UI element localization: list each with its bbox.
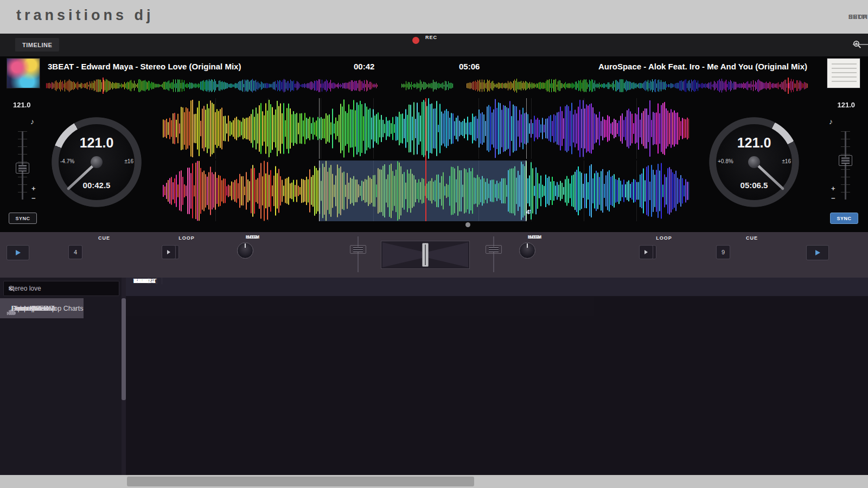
search-input[interactable]: [8, 284, 94, 293]
fader-handle[interactable]: [486, 245, 502, 254]
sync-button-left[interactable]: SYNC: [9, 213, 37, 224]
overview-playhead-right: [788, 78, 789, 94]
play-button[interactable]: [7, 245, 29, 260]
play-button[interactable]: [806, 245, 829, 260]
eq-knob-high[interactable]: [519, 242, 535, 259]
pitch-minus-icon[interactable]: −: [831, 194, 835, 202]
overview-waveform-center[interactable]: [401, 80, 453, 92]
album-art-texture: [832, 63, 857, 84]
record-dot-icon: [412, 37, 419, 44]
jog-time: 00:42.5: [51, 181, 142, 190]
overview-playhead-left: [103, 78, 104, 94]
pitch-handle-left[interactable]: [16, 163, 29, 174]
clear-search-icon[interactable]: ×: [8, 284, 12, 293]
pitch-plus-icon[interactable]: +: [831, 184, 835, 192]
jog-range: ±16: [124, 158, 133, 164]
cue-label-right: CUE: [716, 235, 788, 241]
sync-button-right[interactable]: SYNC: [830, 213, 858, 224]
waveform-scroll-dot[interactable]: [465, 222, 470, 227]
loop-label-right: LOOP: [639, 235, 689, 241]
fader-handle[interactable]: [350, 245, 366, 254]
overview-waveform-left[interactable]: [46, 79, 378, 93]
cue-button-4[interactable]: 4: [68, 245, 82, 259]
deck-right-remaining-time: 05:06: [459, 62, 480, 71]
jog-range: ±16: [782, 158, 791, 164]
track-rows: 1Babalos - Stereo Love RemixBabalos (Off…: [126, 296, 868, 475]
channel-fader-right[interactable]: [486, 236, 502, 272]
album-art-left: [7, 58, 40, 88]
deck-right-track-title: AuroSpace - Alok Feat. Iro - Me And You …: [487, 62, 807, 71]
loop-selection-region[interactable]: [319, 160, 526, 221]
jog-wheel-left[interactable]: 121.0 -4.7% ±16 00:42.5: [51, 117, 142, 208]
eq-label-high: HIGH: [519, 234, 551, 240]
playhead-line: [425, 98, 426, 221]
loop-double-button[interactable]: [162, 245, 176, 259]
music-note-icon: ♪: [30, 117, 34, 126]
crossfader-handle[interactable]: [422, 243, 429, 267]
channel-fader-left[interactable]: [350, 236, 366, 272]
column-header-link[interactable]: LINK: [126, 278, 149, 284]
table-row-partial[interactable]: [126, 296, 594, 316]
deck-left-elapsed-time: 00:42: [354, 62, 374, 71]
tab-timeline[interactable]: TIMELINE: [15, 38, 59, 52]
music-note-icon: ♪: [829, 117, 833, 126]
overview-waveform-right[interactable]: [467, 79, 808, 93]
jog-center-knob: [748, 156, 760, 168]
app-logo: transitions dj: [16, 7, 154, 24]
search-box: ×: [3, 281, 119, 296]
table-header: #TITLE▲ARTISTTIMEBPMGENRELINK: [126, 278, 868, 296]
deck-left-track-title: 3BEAT - Edward Maya - Stereo Love (Origi…: [48, 62, 347, 71]
jog-center-knob: [91, 156, 103, 168]
eq-label-high: HIGH: [237, 234, 269, 240]
playlist-item[interactable]: House: [0, 298, 31, 318]
pitch-minus-icon[interactable]: −: [31, 194, 36, 202]
deck-right-bpm-display: 121.0: [822, 101, 855, 109]
menu-help[interactable]: HELP: [848, 14, 866, 20]
undo-loop-icon[interactable]: ↺: [526, 208, 532, 216]
eq-knob-high[interactable]: [237, 242, 253, 259]
jog-wheel-right[interactable]: 121.0 +0.8% ±16 05:06.5: [709, 117, 800, 208]
jog-pitch: +0.8%: [718, 158, 733, 164]
transitions-dj-app: transitions dj SETTINGS SHORTCUTS HELP S…: [0, 0, 868, 488]
pitch-plus-icon[interactable]: +: [31, 184, 36, 192]
sidebar-scrollbar-thumb[interactable]: [122, 298, 126, 400]
cue-label-left: CUE: [68, 235, 140, 241]
loop-label-left: LOOP: [162, 235, 212, 241]
horizontal-scrollbar-thumb[interactable]: [127, 477, 474, 486]
record-label: REC: [425, 35, 437, 40]
deck-left-bpm-display: 121.0: [13, 101, 31, 109]
loop-double-button[interactable]: [639, 245, 653, 259]
jog-pitch: -4.7%: [60, 158, 74, 164]
cue-button-9[interactable]: 9: [716, 245, 730, 259]
jog-bpm: 121.0: [51, 135, 142, 151]
crossfader[interactable]: [381, 241, 470, 269]
top-bar: transitions dj SETTINGS SHORTCUTS HELP: [0, 0, 868, 34]
jog-bpm: 121.0: [709, 135, 800, 151]
zoom-in-icon[interactable]: [853, 40, 861, 49]
pitch-handle-right[interactable]: [839, 155, 852, 166]
album-art-right: [827, 58, 860, 88]
layout-option-icon[interactable]: [398, 63, 409, 71]
jog-time: 05:06.5: [709, 181, 800, 190]
